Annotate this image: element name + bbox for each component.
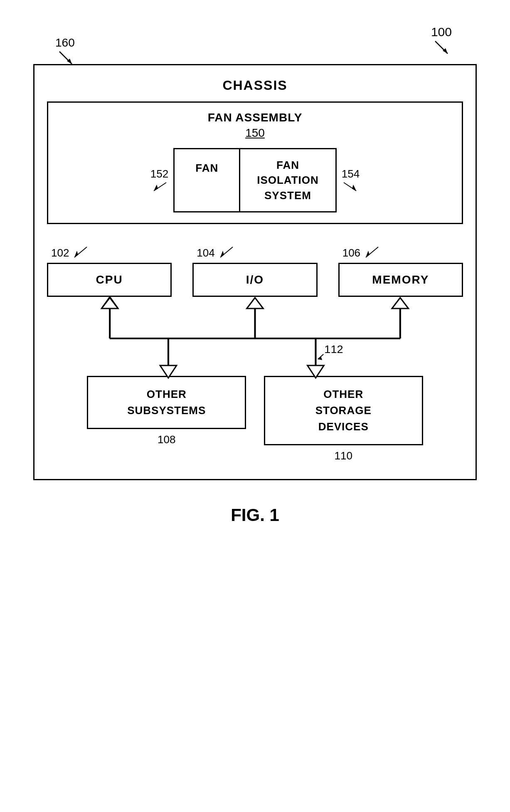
- ref-102-number: 102: [51, 247, 69, 259]
- ref-152-number: 152: [150, 168, 168, 180]
- other-subsystems-box: OTHER SUBSYSTEMS: [87, 376, 246, 429]
- ref-102-arrow: [72, 245, 89, 259]
- svg-marker-18: [101, 298, 118, 309]
- svg-text:112: 112: [324, 343, 343, 355]
- ref-152-label: 152: [150, 168, 168, 193]
- fan-assembly-ref: 150: [57, 126, 453, 140]
- fan-isolation-cell: FAN ISOLATION SYSTEM: [240, 149, 335, 211]
- io-wrapper: 104 I/O: [192, 245, 317, 297]
- svg-marker-13: [366, 251, 370, 257]
- ref-110-number: 110: [335, 449, 352, 462]
- page-container: 100 160 CHASSIS FAN ASSEMBLY 150: [0, 0, 510, 812]
- svg-marker-11: [220, 251, 224, 257]
- ref-154-arrow: [342, 180, 358, 193]
- ref-108-number: 108: [158, 433, 175, 446]
- memory-box: MEMORY: [338, 263, 463, 297]
- svg-marker-25: [160, 365, 177, 378]
- fan-row-wrapper: 152 FAN FAN ISOLATION SYSTEM: [57, 148, 453, 212]
- svg-marker-27: [308, 365, 324, 378]
- memory-wrapper: 106 MEMORY: [338, 245, 463, 297]
- cpu-wrapper: 102 CPU: [47, 245, 172, 297]
- ref-104-number: 104: [197, 247, 214, 259]
- ref-160-number: 160: [55, 36, 75, 49]
- io-box: I/O: [192, 263, 317, 297]
- ref-154-number: 154: [342, 168, 360, 180]
- other-subsystems-wrapper: OTHER SUBSYSTEMS 108: [87, 376, 246, 462]
- ref-100-label: 100: [431, 25, 452, 56]
- bus-arrows-svg: 112: [47, 297, 463, 380]
- fan-assembly-label: FAN ASSEMBLY: [57, 111, 453, 124]
- svg-marker-22: [392, 298, 409, 309]
- other-storage-box: OTHER STORAGE DEVICES: [264, 376, 423, 445]
- ref-106-number: 106: [342, 247, 360, 259]
- other-storage-wrapper: OTHER STORAGE DEVICES 110: [264, 376, 423, 462]
- bottom-components-row: OTHER SUBSYSTEMS 108 OTHER STORAGE DEVIC…: [78, 376, 432, 462]
- fan-assembly-box: FAN ASSEMBLY 150 152 FAN FAN I: [47, 101, 463, 224]
- fan-inner-box: FAN FAN ISOLATION SYSTEM: [173, 148, 337, 212]
- ref-106-arrow: [364, 245, 380, 259]
- svg-marker-20: [247, 298, 264, 309]
- ref-160-arrow: [55, 49, 76, 66]
- bus-arrows-container: 112: [47, 297, 463, 380]
- top-components-row: 102 CPU 104: [47, 245, 463, 297]
- components-section: 102 CPU 104: [47, 245, 463, 462]
- fan-cell: FAN: [175, 149, 240, 211]
- svg-marker-9: [74, 251, 78, 257]
- ref-104-arrow: [218, 245, 235, 259]
- fig-label: FIG. 1: [231, 505, 279, 525]
- ref-100-number: 100: [431, 25, 452, 39]
- cpu-box: CPU: [47, 263, 172, 297]
- ref-152-arrow: [152, 180, 168, 193]
- ref-160-label: 160: [55, 36, 76, 66]
- chassis-label: CHASSIS: [47, 78, 463, 93]
- chassis-box: 160 CHASSIS FAN ASSEMBLY 150 152: [33, 64, 477, 480]
- ref-154-label: 154: [342, 168, 360, 193]
- ref-100-arrow: [431, 39, 452, 56]
